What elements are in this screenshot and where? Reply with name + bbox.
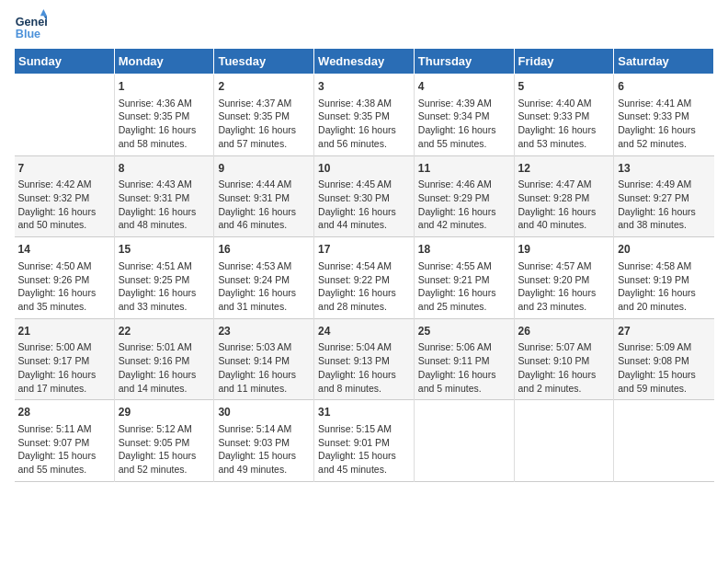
day-number: 15	[119, 242, 210, 258]
week-row-1: 1Sunrise: 4:36 AM Sunset: 9:35 PM Daylig…	[15, 75, 714, 156]
week-row-2: 7Sunrise: 4:42 AM Sunset: 9:32 PM Daylig…	[15, 155, 714, 237]
day-number: 14	[18, 242, 110, 258]
day-info: Sunrise: 4:36 AM Sunset: 9:35 PM Dayligh…	[119, 97, 210, 151]
day-number: 25	[418, 324, 510, 339]
calendar-cell: 13Sunrise: 4:49 AM Sunset: 9:27 PM Dayli…	[614, 155, 714, 237]
day-info: Sunrise: 4:50 AM Sunset: 9:26 PM Dayligh…	[18, 259, 110, 314]
day-number: 31	[318, 405, 410, 420]
day-number: 2	[218, 79, 310, 95]
calendar-cell: 28Sunrise: 5:11 AM Sunset: 9:07 PM Dayli…	[15, 400, 115, 482]
day-number: 23	[218, 324, 310, 339]
day-number: 29	[119, 405, 210, 420]
calendar-cell: 7Sunrise: 4:42 AM Sunset: 9:32 PM Daylig…	[15, 155, 115, 237]
day-number: 12	[518, 161, 610, 177]
day-info: Sunrise: 4:58 AM Sunset: 9:19 PM Dayligh…	[618, 259, 710, 314]
day-info: Sunrise: 4:37 AM Sunset: 9:35 PM Dayligh…	[218, 97, 310, 151]
calendar-cell: 2Sunrise: 4:37 AM Sunset: 9:35 PM Daylig…	[214, 75, 314, 156]
day-number: 7	[18, 161, 110, 177]
day-number: 19	[518, 242, 610, 258]
calendar-cell: 19Sunrise: 4:57 AM Sunset: 9:20 PM Dayli…	[514, 237, 614, 319]
day-number: 20	[618, 242, 710, 258]
logo-icon: General Blue	[14, 9, 47, 42]
calendar-cell: 10Sunrise: 4:45 AM Sunset: 9:30 PM Dayli…	[314, 155, 415, 237]
day-info: Sunrise: 5:12 AM Sunset: 9:05 PM Dayligh…	[119, 422, 210, 477]
calendar-cell: 31Sunrise: 5:15 AM Sunset: 9:01 PM Dayli…	[314, 400, 415, 482]
day-number: 9	[218, 161, 310, 177]
calendar-cell: 29Sunrise: 5:12 AM Sunset: 9:05 PM Dayli…	[114, 400, 214, 482]
day-number: 17	[318, 242, 410, 258]
day-info: Sunrise: 4:43 AM Sunset: 9:31 PM Dayligh…	[119, 178, 210, 232]
day-info: Sunrise: 5:06 AM Sunset: 9:11 PM Dayligh…	[418, 340, 510, 395]
day-info: Sunrise: 5:11 AM Sunset: 9:07 PM Dayligh…	[18, 422, 110, 477]
day-number: 21	[18, 324, 110, 339]
day-number: 16	[218, 242, 310, 258]
day-info: Sunrise: 4:41 AM Sunset: 9:33 PM Dayligh…	[618, 97, 710, 151]
calendar-cell: 14Sunrise: 4:50 AM Sunset: 9:26 PM Dayli…	[15, 237, 115, 319]
day-info: Sunrise: 5:14 AM Sunset: 9:03 PM Dayligh…	[218, 422, 310, 477]
day-info: Sunrise: 4:46 AM Sunset: 9:29 PM Dayligh…	[418, 178, 510, 232]
day-number: 6	[618, 79, 710, 95]
calendar-cell: 20Sunrise: 4:58 AM Sunset: 9:19 PM Dayli…	[614, 237, 714, 319]
calendar-cell: 26Sunrise: 5:07 AM Sunset: 9:10 PM Dayli…	[514, 318, 614, 400]
calendar-cell	[614, 400, 714, 482]
day-info: Sunrise: 4:53 AM Sunset: 9:24 PM Dayligh…	[218, 259, 310, 314]
calendar-cell: 9Sunrise: 4:44 AM Sunset: 9:31 PM Daylig…	[214, 155, 314, 237]
day-number: 1	[119, 79, 210, 95]
calendar-table: SundayMondayTuesdayWednesdayThursdayFrid…	[14, 48, 714, 482]
calendar-cell: 24Sunrise: 5:04 AM Sunset: 9:13 PM Dayli…	[314, 318, 415, 400]
day-number: 10	[318, 161, 410, 177]
calendar-cell	[15, 75, 115, 156]
calendar-cell: 27Sunrise: 5:09 AM Sunset: 9:08 PM Dayli…	[614, 318, 714, 400]
day-number: 8	[119, 161, 210, 177]
day-info: Sunrise: 4:55 AM Sunset: 9:21 PM Dayligh…	[418, 259, 510, 314]
header-day-monday: Monday	[114, 49, 214, 75]
day-info: Sunrise: 4:51 AM Sunset: 9:25 PM Dayligh…	[119, 259, 210, 314]
svg-text:Blue: Blue	[16, 28, 40, 40]
day-number: 18	[418, 242, 510, 258]
calendar-cell	[414, 400, 514, 482]
day-info: Sunrise: 4:54 AM Sunset: 9:22 PM Dayligh…	[318, 259, 410, 314]
day-info: Sunrise: 5:03 AM Sunset: 9:14 PM Dayligh…	[218, 340, 310, 395]
week-row-5: 28Sunrise: 5:11 AM Sunset: 9:07 PM Dayli…	[15, 400, 714, 482]
calendar-cell: 11Sunrise: 4:46 AM Sunset: 9:29 PM Dayli…	[414, 155, 514, 237]
calendar-cell: 23Sunrise: 5:03 AM Sunset: 9:14 PM Dayli…	[214, 318, 314, 400]
calendar-cell: 12Sunrise: 4:47 AM Sunset: 9:28 PM Dayli…	[514, 155, 614, 237]
header-day-thursday: Thursday	[414, 49, 514, 75]
calendar-cell: 18Sunrise: 4:55 AM Sunset: 9:21 PM Dayli…	[414, 237, 514, 319]
day-info: Sunrise: 4:49 AM Sunset: 9:27 PM Dayligh…	[618, 178, 710, 232]
calendar-cell: 22Sunrise: 5:01 AM Sunset: 9:16 PM Dayli…	[114, 318, 214, 400]
header-day-sunday: Sunday	[15, 49, 115, 75]
day-number: 26	[518, 324, 610, 339]
day-number: 11	[418, 161, 510, 177]
calendar-cell: 6Sunrise: 4:41 AM Sunset: 9:33 PM Daylig…	[614, 75, 714, 156]
day-info: Sunrise: 4:45 AM Sunset: 9:30 PM Dayligh…	[318, 178, 410, 232]
header-day-tuesday: Tuesday	[214, 49, 314, 75]
day-info: Sunrise: 4:42 AM Sunset: 9:32 PM Dayligh…	[18, 178, 110, 232]
calendar-cell: 17Sunrise: 4:54 AM Sunset: 9:22 PM Dayli…	[314, 237, 415, 319]
calendar-cell: 21Sunrise: 5:00 AM Sunset: 9:17 PM Dayli…	[15, 318, 115, 400]
calendar-cell	[514, 400, 614, 482]
day-number: 27	[618, 324, 710, 339]
day-info: Sunrise: 5:00 AM Sunset: 9:17 PM Dayligh…	[18, 340, 110, 395]
header-row: SundayMondayTuesdayWednesdayThursdayFrid…	[15, 49, 714, 75]
calendar-cell: 16Sunrise: 4:53 AM Sunset: 9:24 PM Dayli…	[214, 237, 314, 319]
header-day-wednesday: Wednesday	[314, 49, 415, 75]
calendar-cell: 30Sunrise: 5:14 AM Sunset: 9:03 PM Dayli…	[214, 400, 314, 482]
calendar-cell: 4Sunrise: 4:39 AM Sunset: 9:34 PM Daylig…	[414, 75, 514, 156]
header-day-friday: Friday	[514, 49, 614, 75]
day-info: Sunrise: 4:44 AM Sunset: 9:31 PM Dayligh…	[218, 178, 310, 232]
week-row-4: 21Sunrise: 5:00 AM Sunset: 9:17 PM Dayli…	[15, 318, 714, 400]
calendar-cell: 3Sunrise: 4:38 AM Sunset: 9:35 PM Daylig…	[314, 75, 415, 156]
day-info: Sunrise: 5:07 AM Sunset: 9:10 PM Dayligh…	[518, 340, 610, 395]
day-number: 30	[218, 405, 310, 420]
calendar-cell: 8Sunrise: 4:43 AM Sunset: 9:31 PM Daylig…	[114, 155, 214, 237]
day-info: Sunrise: 4:38 AM Sunset: 9:35 PM Dayligh…	[318, 97, 410, 151]
calendar-cell: 25Sunrise: 5:06 AM Sunset: 9:11 PM Dayli…	[414, 318, 514, 400]
day-info: Sunrise: 4:39 AM Sunset: 9:34 PM Dayligh…	[418, 97, 510, 151]
day-info: Sunrise: 4:47 AM Sunset: 9:28 PM Dayligh…	[518, 178, 610, 232]
day-number: 28	[18, 405, 110, 420]
day-info: Sunrise: 5:09 AM Sunset: 9:08 PM Dayligh…	[618, 340, 710, 395]
svg-marker-2	[40, 9, 47, 16]
header-day-saturday: Saturday	[614, 49, 714, 75]
day-info: Sunrise: 5:01 AM Sunset: 9:16 PM Dayligh…	[119, 340, 210, 395]
